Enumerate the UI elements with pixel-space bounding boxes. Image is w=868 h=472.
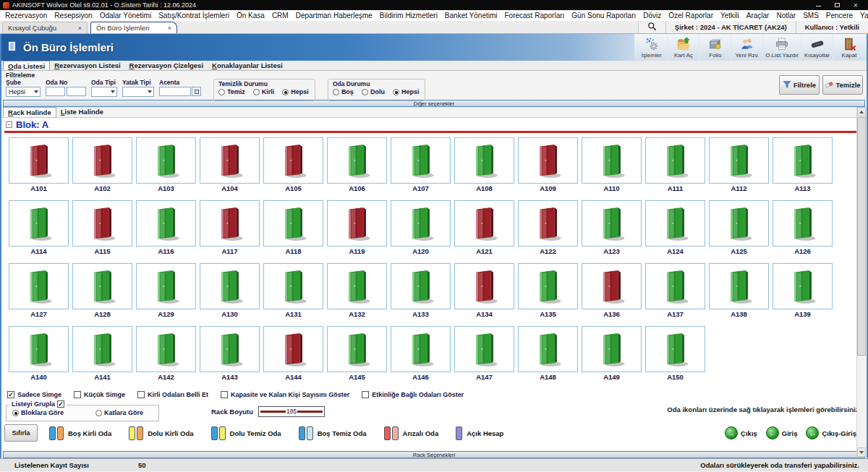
- radio-oda-durumu-dolu[interactable]: Dolu: [362, 88, 385, 95]
- toolbar-button-kapat[interactable]: Kapat: [833, 34, 865, 61]
- room-a114-door[interactable]: [9, 200, 69, 246]
- tab-rezervasyon-cizelgesi[interactable]: Rezervasyon Çizelgesi: [125, 61, 208, 70]
- checkbox-kirli-odalari-belli-et[interactable]: Kirli Odaları Belli Et: [137, 391, 208, 398]
- room-a106-door[interactable]: [327, 137, 387, 184]
- room-a113-door[interactable]: [773, 137, 833, 184]
- room-a146-door[interactable]: [391, 326, 451, 372]
- radio-temizlik-kirli[interactable]: Kirli: [253, 88, 275, 95]
- radio-oda-durumu-bos[interactable]: Boş: [333, 88, 354, 95]
- cikis-button[interactable]: →Çıkış: [725, 426, 757, 439]
- room-a141-door[interactable]: [72, 326, 132, 372]
- room-a148-door[interactable]: [518, 326, 578, 372]
- room-a117-door[interactable]: [200, 200, 260, 246]
- menu-gun-sonu-raporlari[interactable]: Gün Sonu Raporları: [568, 12, 639, 20]
- checkbox-etkinlige-bagli-odalari-goster[interactable]: Etkinliğe Bağlı Odaları Göster: [362, 391, 464, 398]
- room-a135-door[interactable]: [518, 263, 578, 309]
- menu-araclar[interactable]: Araçlar: [743, 12, 773, 20]
- room-a107-door[interactable]: [391, 137, 451, 184]
- menu-doviz[interactable]: Döviz: [639, 12, 665, 20]
- search-button[interactable]: [638, 21, 665, 33]
- checkbox-kapasite-ve-kalan-kisi-sayisini-goster[interactable]: Kapasite ve Kalan Kişi Sayısını Göster: [221, 391, 349, 398]
- acenta-input[interactable]: [159, 87, 191, 96]
- room-a109-door[interactable]: [518, 137, 578, 184]
- room-a140-door[interactable]: [9, 326, 69, 372]
- room-a145-door[interactable]: [327, 326, 387, 372]
- toolbar-button-kisayollar[interactable]: Kısayollar: [801, 34, 833, 61]
- menu-rezervasyon[interactable]: Rezervasyon: [1, 12, 51, 20]
- view-tab-rack-halinde[interactable]: Rack Halinde: [3, 107, 56, 117]
- cikis-giris-button[interactable]: ↔Çıkış-Giriş: [806, 426, 856, 439]
- room-a102-door[interactable]: [72, 137, 132, 184]
- tab-on-buro-islemleri[interactable]: Ön Büro İşlemleri ×: [90, 22, 177, 33]
- room-a111-door[interactable]: [645, 137, 705, 184]
- menu-bildirim-hizmetleri[interactable]: Bildirim Hizmetleri: [376, 12, 441, 20]
- room-a123-door[interactable]: [582, 200, 642, 246]
- checkbox-sadece-simge[interactable]: ✓Sadece Simge: [7, 391, 61, 398]
- tab-rezervasyon-listesi[interactable]: Rezervasyon Listesi: [50, 61, 124, 70]
- menu-departman-haberlesme[interactable]: Departman Haberleşme: [292, 12, 376, 20]
- menu-banket-yonetimi[interactable]: Banket Yönetimi: [441, 12, 501, 20]
- menu-yetkili[interactable]: Yetkili: [717, 12, 743, 20]
- yatak-tipi-select[interactable]: [122, 87, 154, 97]
- acenta-browse-button[interactable]: [192, 87, 201, 96]
- room-a104-door[interactable]: [200, 137, 260, 184]
- menu-ozel-raporlar[interactable]: Özel Raporlar: [665, 12, 717, 20]
- radio-temizlik-temiz[interactable]: Temiz: [218, 88, 245, 95]
- tab-close-icon[interactable]: ×: [163, 25, 171, 32]
- giris-button[interactable]: ←Giriş: [766, 426, 798, 439]
- menu-resepsiyon[interactable]: Resepsiyon: [51, 12, 95, 20]
- room-a147-door[interactable]: [454, 326, 514, 372]
- tab-close-icon[interactable]: ×: [74, 25, 82, 32]
- view-tab-liste-halinde[interactable]: Liste Halinde: [56, 107, 108, 117]
- toolbar-button-kart-ac[interactable]: Kart Aç: [668, 34, 699, 61]
- room-a124-door[interactable]: [645, 200, 705, 246]
- room-a136-door[interactable]: [582, 263, 642, 309]
- room-a142-door[interactable]: [136, 326, 196, 372]
- menu-satis-kontrat-i-slemleri[interactable]: Satış/Kontrat İşlemleri: [155, 12, 233, 20]
- room-a139-door[interactable]: [773, 263, 833, 309]
- vertical-scrollbar[interactable]: [856, 107, 866, 457]
- collapse-icon[interactable]: −: [6, 121, 12, 128]
- menu-notlar[interactable]: Notlar: [773, 12, 799, 20]
- oda-no-to-input[interactable]: [67, 87, 86, 96]
- maximize-button[interactable]: [833, 1, 841, 9]
- tab-oda-listesi[interactable]: Oda Listesi: [3, 61, 50, 70]
- tab-kisayol-cubugu[interactable]: Kısayol Çubuğu ×: [2, 22, 88, 33]
- room-a144-door[interactable]: [263, 326, 323, 372]
- scroll-down-button[interactable]: [857, 447, 866, 457]
- room-a125-door[interactable]: [709, 200, 769, 246]
- room-a149-door[interactable]: [582, 326, 642, 372]
- room-a130-door[interactable]: [200, 263, 260, 309]
- toolbar-button-o-list-yazdir[interactable]: O.List.Yazdır: [763, 34, 801, 61]
- room-a103-door[interactable]: [136, 137, 196, 184]
- room-a116-door[interactable]: [136, 200, 196, 246]
- room-a110-door[interactable]: [582, 137, 642, 184]
- room-a143-door[interactable]: [200, 326, 260, 372]
- room-a133-door[interactable]: [391, 263, 451, 309]
- menu-sms[interactable]: SMS: [799, 12, 822, 20]
- room-a108-door[interactable]: [454, 137, 514, 184]
- radio-oda-durumu-hepsi[interactable]: Hepsi: [393, 88, 420, 95]
- room-a120-door[interactable]: [391, 200, 451, 246]
- room-a137-door[interactable]: [645, 263, 705, 309]
- menu-yardim[interactable]: Yardım: [856, 12, 868, 20]
- menu-odalar-yonetimi[interactable]: Odalar Yönetimi: [96, 12, 156, 20]
- radio-grupla-katlara-gore[interactable]: Katlara Göre: [95, 409, 143, 416]
- oda-tipi-select[interactable]: [91, 87, 117, 97]
- room-a119-door[interactable]: [327, 200, 387, 246]
- room-a112-door[interactable]: [709, 137, 769, 184]
- menu-crm[interactable]: CRM: [268, 12, 292, 20]
- room-a121-door[interactable]: [454, 200, 514, 246]
- sube-select[interactable]: Hepsi: [6, 87, 41, 97]
- room-a101-door[interactable]: [9, 137, 69, 184]
- toolbar-button-yeni-rzv[interactable]: Yeni Rzv.: [731, 34, 763, 61]
- room-a128-door[interactable]: [72, 263, 132, 309]
- close-button[interactable]: ×: [852, 1, 859, 9]
- checkbox-kucuk-simge[interactable]: Küçük Simge: [74, 391, 125, 398]
- rack-size-slider[interactable]: 185: [258, 406, 325, 417]
- room-a118-door[interactable]: [263, 200, 323, 246]
- menu-forecast-raporlari[interactable]: Forecast Raporları: [501, 12, 569, 20]
- minimize-button[interactable]: [814, 1, 822, 9]
- temizle-button[interactable]: Temizle: [822, 75, 863, 95]
- menu-on-kasa[interactable]: Ön Kasa: [233, 12, 268, 20]
